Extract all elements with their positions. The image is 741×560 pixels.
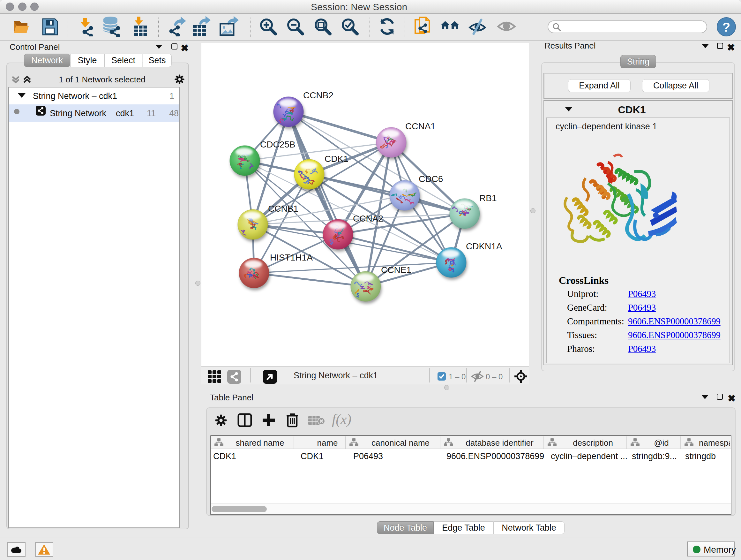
svg-text:CCNE1: CCNE1 (381, 265, 411, 275)
svg-text:RB1: RB1 (479, 193, 496, 203)
svg-text:CDKN1A: CDKN1A (466, 241, 502, 251)
svg-text:CCNA2: CCNA2 (353, 213, 383, 224)
svg-text:CCNB2: CCNB2 (303, 90, 333, 100)
svg-text:CDC6: CDC6 (419, 174, 443, 184)
svg-text:CCNB1: CCNB1 (268, 204, 298, 213)
svg-text:HIST1H1A: HIST1H1A (270, 253, 313, 262)
svg-text:CCNA1: CCNA1 (405, 121, 435, 131)
svg-text:CDK1: CDK1 (325, 154, 348, 164)
svg-text:CDC25B: CDC25B (260, 139, 295, 149)
